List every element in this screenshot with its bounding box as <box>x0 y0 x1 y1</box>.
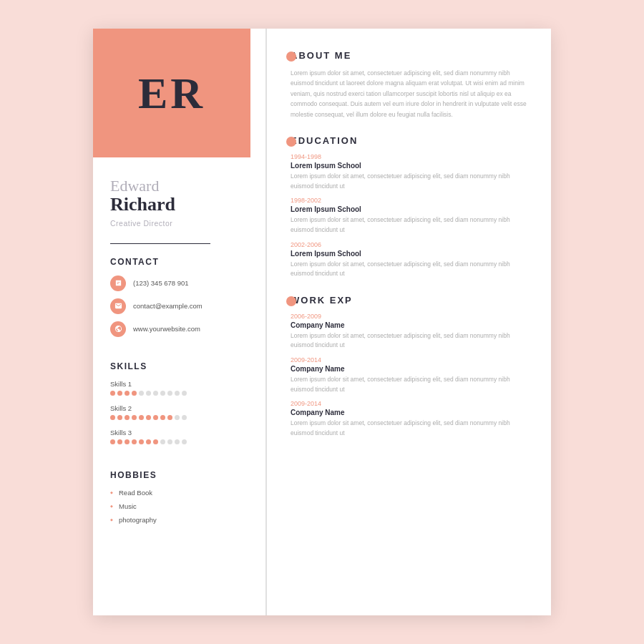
website-icon <box>110 321 126 337</box>
dot <box>175 439 180 444</box>
edu-school-3: Lorem Ipsum School <box>291 250 531 258</box>
edu-school-1: Lorem Ipsum School <box>291 162 531 170</box>
hobbies-section: HOBBIES Read Book Music photography <box>93 457 250 534</box>
skill-dots-1 <box>110 391 233 396</box>
dot <box>160 391 165 396</box>
education-title: EDUCATION <box>291 135 531 146</box>
work-year-2: 2009-2014 <box>291 356 531 364</box>
initials-block: ER <box>93 29 250 157</box>
edu-school-2: Lorem Ipsum School <box>291 205 531 213</box>
work-desc-3: Lorem ipsum dolor sit amet, consectetuer… <box>291 419 531 438</box>
skill-item-1: Skills 1 <box>110 380 233 396</box>
dot <box>110 439 115 444</box>
dot <box>153 415 158 420</box>
dot <box>139 439 144 444</box>
last-name: Richard <box>110 195 233 215</box>
left-column: ER Edward Richard Creative Director CONT… <box>93 29 250 615</box>
about-title: ABOUT ME <box>291 50 531 61</box>
edu-year-2: 1998-2002 <box>291 197 531 204</box>
about-section: ABOUT ME Lorem ipsum dolor sit amet, con… <box>276 50 531 119</box>
hobbies-title: HOBBIES <box>110 470 233 480</box>
dot <box>153 391 158 396</box>
dot <box>132 391 137 396</box>
name-block: Edward Richard Creative Director <box>93 157 250 235</box>
dot <box>182 439 187 444</box>
edu-desc-3: Lorem ipsum dolor sit amet, consectetuer… <box>291 260 531 279</box>
contact-title: CONTACT <box>110 257 233 267</box>
hobby-item-2: Music <box>110 502 233 510</box>
edu-year-3: 2002-2006 <box>291 241 531 248</box>
skill-label-3: Skills 3 <box>110 429 233 436</box>
work-item-2: 2009-2014 Company Name Lorem ipsum dolor… <box>291 356 531 394</box>
edu-item-1: 1994-1998 Lorem Ipsum School Lorem ipsum… <box>291 153 531 191</box>
dot <box>110 391 115 396</box>
dot <box>167 439 172 444</box>
dot <box>125 439 130 444</box>
email-icon <box>110 298 126 314</box>
work-desc-1: Lorem ipsum dolor sit amet, consectetuer… <box>291 331 531 351</box>
skills-section: SKILLS Skills 1 Skills 2 <box>93 348 250 457</box>
dot <box>125 415 130 420</box>
dot <box>175 391 180 396</box>
skill-label-2: Skills 2 <box>110 404 233 412</box>
edu-desc-2: Lorem ipsum dolor sit amet, consectetuer… <box>291 215 531 235</box>
dot <box>167 415 172 420</box>
right-column: ABOUT ME Lorem ipsum dolor sit amet, con… <box>250 29 551 615</box>
timeline-line <box>265 29 267 615</box>
dot <box>117 391 122 396</box>
skill-dots-2 <box>110 415 233 420</box>
dot <box>117 439 122 444</box>
work-timeline-dot <box>286 296 296 306</box>
contact-email: contact@example.com <box>133 302 203 310</box>
work-company-3: Company Name <box>291 409 531 416</box>
work-item-3: 2009-2014 Company Name Lorem ipsum dolor… <box>291 400 531 438</box>
initials: ER <box>138 68 205 119</box>
dot <box>167 391 172 396</box>
dot <box>117 415 122 420</box>
skill-dots-3 <box>110 439 233 444</box>
work-year-1: 2006-2009 <box>291 313 531 320</box>
skill-item-2: Skills 2 <box>110 404 233 420</box>
about-text: Lorem ipsum dolor sit amet, consectetuer… <box>291 68 531 119</box>
contact-phone-item: (123) 345 678 901 <box>110 275 233 291</box>
hobby-item-3: photography <box>110 516 233 524</box>
skill-item-3: Skills 3 <box>110 429 233 444</box>
dot <box>160 439 165 444</box>
dot <box>160 415 165 420</box>
hobby-item-1: Read Book <box>110 489 233 497</box>
dot <box>139 391 144 396</box>
dot <box>110 415 115 420</box>
work-year-3: 2009-2014 <box>291 400 531 407</box>
work-company-1: Company Name <box>291 321 531 329</box>
skill-label-1: Skills 1 <box>110 380 233 388</box>
contact-website-item: www.yourwebsite.com <box>110 321 233 337</box>
dot <box>139 415 144 420</box>
edu-item-3: 2002-2006 Lorem Ipsum School Lorem ipsum… <box>291 241 531 279</box>
dot <box>132 415 137 420</box>
dot <box>182 415 187 420</box>
edu-year-1: 1994-1998 <box>291 153 531 160</box>
contact-section: CONTACT (123) 345 678 901 contact@exampl… <box>93 244 250 348</box>
hobbies-list: Read Book Music photography <box>110 489 233 524</box>
work-company-2: Company Name <box>291 365 531 373</box>
skills-title: SKILLS <box>110 361 233 371</box>
resume-container: ER Edward Richard Creative Director CONT… <box>93 29 551 615</box>
dot <box>146 391 151 396</box>
dot <box>182 391 187 396</box>
about-timeline-dot <box>286 52 296 62</box>
dot <box>146 439 151 444</box>
dot <box>146 415 151 420</box>
dot <box>125 391 130 396</box>
contact-email-item: contact@example.com <box>110 298 233 314</box>
contact-phone: (123) 345 678 901 <box>133 279 189 287</box>
first-name: Edward <box>110 177 233 195</box>
work-item-1: 2006-2009 Company Name Lorem ipsum dolor… <box>291 313 531 351</box>
job-title: Creative Director <box>110 219 233 228</box>
phone-icon <box>110 275 126 291</box>
work-section: WORK EXP 2006-2009 Company Name Lorem ip… <box>276 295 531 439</box>
dot <box>132 439 137 444</box>
edu-item-2: 1998-2002 Lorem Ipsum School Lorem ipsum… <box>291 197 531 235</box>
contact-website: www.yourwebsite.com <box>133 325 200 333</box>
dot <box>175 415 180 420</box>
education-section: EDUCATION 1994-1998 Lorem Ipsum School L… <box>276 135 531 279</box>
